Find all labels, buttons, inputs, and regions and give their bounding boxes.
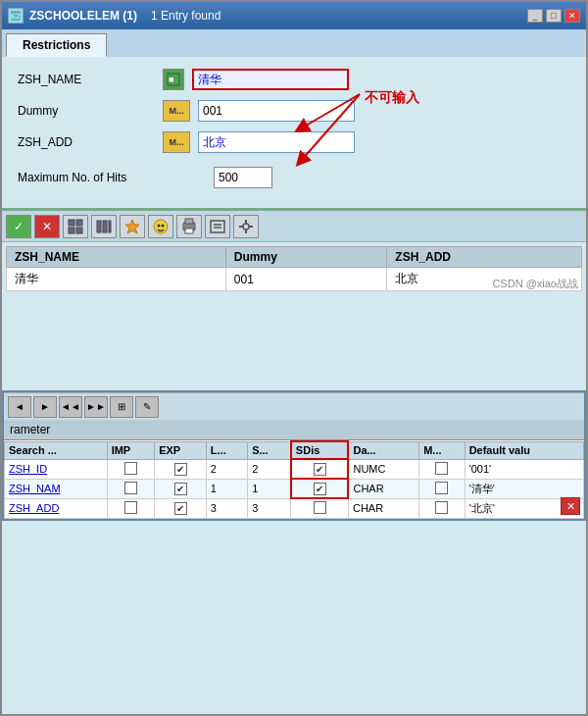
sdis-checkbox[interactable]: ✔ [314,463,326,476]
main-upper: ZSH_NAME ■ Dummy M... ZSH_ADD M... Maxi [2,57,586,208]
tab-restrictions[interactable]: Restrictions [6,33,107,57]
dummy-button[interactable]: M... [163,100,190,122]
cell-da: NUMC [348,459,418,479]
sdis-checkbox[interactable]: ✔ [314,483,326,495]
svg-rect-14 [109,221,111,232]
cell-da: CHAR [348,479,418,498]
cell-sdis[interactable] [291,498,349,519]
col-s: S... [248,441,291,459]
result-dummy: 001 [225,268,387,291]
m-checkbox[interactable] [435,462,448,475]
cell-exp[interactable]: ✔ [155,459,207,479]
cell-sdis[interactable]: ✔ [291,459,349,479]
toolbar-btn-9[interactable] [233,215,259,238]
exp-checkbox[interactable]: ✔ [174,483,187,495]
max-hits-label: Maximum No. of Hits [18,171,214,184]
max-hits-row: Maximum No. of Hits [18,167,570,188]
cancel-button[interactable]: ✕ [34,215,60,238]
cell-m[interactable] [419,479,465,498]
toolbar-btn-5[interactable] [120,215,145,238]
cell-sdis[interactable]: ✔ [291,479,349,498]
popup-close-button[interactable]: ✕ [561,497,580,515]
close-button[interactable]: ✕ [564,9,580,23]
face-icon [152,218,170,235]
cell-default: '清华' [465,479,583,498]
cell-s: 3 [248,498,291,519]
cell-imp[interactable] [107,479,155,498]
svg-rect-13 [103,221,107,232]
window-title: ZSCHOOLELEM (1) [29,9,137,23]
col-zsh-add: ZSH_ADD [387,247,582,268]
zsh-add-button[interactable]: M... [163,131,190,153]
imp-checkbox[interactable] [124,501,137,514]
mini-btn-forward[interactable]: ► [33,396,57,418]
col-default: Default valu [465,441,583,459]
settings-icon [237,218,255,235]
cell-s: 2 [248,459,291,479]
toolbar-btn-7[interactable] [176,215,202,238]
cell-search: ZSH_ID [5,459,108,479]
dummy-input[interactable] [198,100,355,122]
max-hits-input[interactable] [214,167,272,188]
maximize-button[interactable]: □ [546,9,562,23]
results-header-row: ZSH_NAME Dummy ZSH_ADD [7,247,582,268]
zsh-name-input[interactable] [192,69,349,90]
svg-rect-21 [185,229,193,233]
minimize-button[interactable]: _ [527,9,543,23]
svg-rect-9 [76,220,82,226]
imp-checkbox[interactable] [124,462,137,475]
results-area: ZSH_NAME Dummy ZSH_ADD 清华 001 北京 CSDN @x… [2,242,586,295]
col-sdis: SDis [291,441,349,459]
entry-count: 1 Entry found [151,9,220,23]
imp-checkbox[interactable] [124,482,137,494]
parameter-popup: ◄ ► ◄◄ ►► ⊞ ✎ rameter Search ... IMP [2,390,586,521]
zsh-add-input[interactable] [198,131,355,153]
toolbar-btn-8[interactable] [205,215,230,238]
m-checkbox[interactable] [435,501,448,514]
col-l: L... [206,441,247,459]
table-row: ZSH_NAM ✔ 1 1 ✔ CHAR '清华' [5,479,584,498]
main-window: EZ EZ ZSCHOOLELEM (1) 1 Entry found _ □ … [0,0,588,716]
mini-btn-first[interactable]: ◄◄ [59,396,82,418]
table-container: Search ... IMP EXP L... S... SDis Da... … [4,440,584,519]
mini-btn-last[interactable]: ►► [84,396,108,418]
cell-imp[interactable] [107,459,155,479]
toolbar-btn-6[interactable] [148,215,173,238]
zsh-name-button[interactable]: ■ [163,69,184,90]
parameter-table: Search ... IMP EXP L... S... SDis Da... … [4,440,584,519]
mini-btn-add[interactable]: ⊞ [110,396,133,418]
exp-checkbox[interactable]: ✔ [174,502,187,515]
cell-exp[interactable]: ✔ [155,498,207,519]
col-zsh-name: ZSH_NAME [7,247,226,268]
param-header: rameter [4,420,584,440]
col-exp: EXP [155,441,207,459]
svg-rect-10 [69,228,74,233]
svg-rect-8 [69,220,74,226]
title-controls: _ □ ✕ [527,9,580,23]
svg-point-29 [243,224,249,230]
sdis-checkbox[interactable] [314,501,326,514]
svg-rect-22 [211,221,224,232]
svg-rect-11 [76,228,82,233]
zsh-add-label: ZSH_ADD [18,135,155,149]
exp-checkbox[interactable]: ✔ [174,463,187,476]
mini-btn-edit[interactable]: ✎ [135,396,159,418]
toolbar-btn-4[interactable] [91,215,117,238]
svg-text:■: ■ [169,75,173,84]
toolbar-btn-3[interactable] [63,215,88,238]
cell-exp[interactable]: ✔ [155,479,207,498]
dummy-label: Dummy [18,104,155,118]
table-row: ZSH_ID ✔ 2 2 ✔ NUMC '001' [5,459,584,479]
cell-m[interactable] [419,498,465,519]
m-checkbox[interactable] [435,482,448,494]
watermark: CSDN @xiao战战 [492,277,578,291]
col-search: Search ... [5,441,108,459]
cell-m[interactable] [419,459,465,479]
cell-s: 1 [248,479,291,498]
mini-btn-back[interactable]: ◄ [8,396,31,418]
content-area: ZSH_NAME ■ Dummy M... ZSH_ADD M... Maxi [2,57,586,208]
cell-imp[interactable] [107,498,155,519]
col-da: Da... [348,441,418,459]
execute-button[interactable]: ✓ [6,215,31,238]
svg-rect-20 [185,219,193,224]
